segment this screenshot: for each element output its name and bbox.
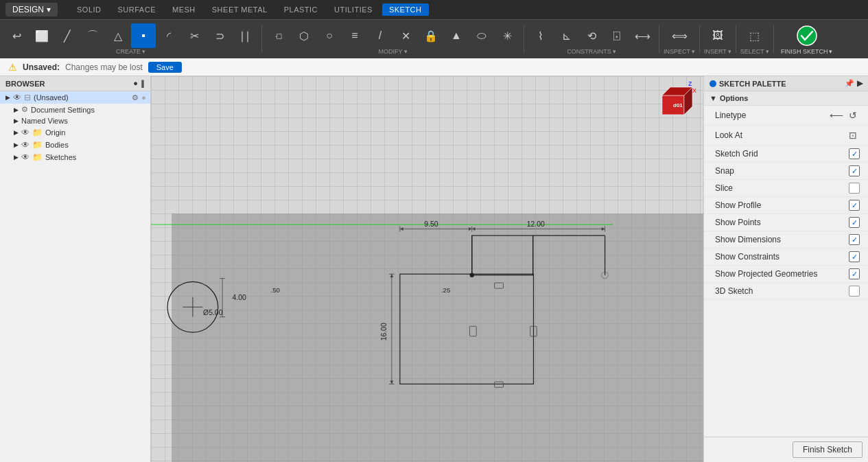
arc-icon[interactable]: ⌒ (80, 23, 105, 48)
mirror-icon[interactable]: ∣∣ (233, 23, 257, 48)
browser-collapse-icon[interactable]: ‖ (141, 79, 145, 88)
show-dimensions-label: Show Dimensions (715, 235, 781, 244)
palette-row-sketch-grid[interactable]: Sketch Grid ✓ (704, 146, 868, 163)
lock-icon[interactable]: 🔒 (419, 23, 443, 48)
palette-row-slice[interactable]: Slice (704, 180, 868, 197)
snap-label: Snap (715, 166, 734, 176)
show-constraints-checkbox[interactable]: ✓ (849, 251, 860, 262)
linetype-icon2[interactable]: ↺ (846, 108, 860, 122)
browser-item-origin[interactable]: ▶ 👁 📁 Origin (0, 126, 150, 139)
snap-checkbox[interactable]: ✓ (849, 165, 860, 176)
palette-header[interactable]: SKETCH PALETTE 📌 ▶ (704, 76, 868, 91)
insert-label[interactable]: INSERT ▾ (704, 48, 731, 55)
browser-item-named-views[interactable]: ▶ Named Views (0, 115, 150, 126)
palette-row-show-points[interactable]: Show Points ✓ (704, 214, 868, 231)
circle-icon[interactable]: ○ (317, 23, 342, 48)
palette-title: SKETCH PALETTE (719, 80, 786, 88)
line-icon[interactable]: ╱ (55, 23, 80, 48)
triangle2-icon[interactable]: ▲ (444, 23, 469, 48)
expand-icon: ▶ (14, 141, 19, 148)
triangle-icon[interactable]: △ (106, 23, 130, 48)
select-icon[interactable]: ⬚ (742, 23, 767, 48)
modify-label[interactable]: MODIFY ▾ (379, 48, 408, 55)
slice-checkbox[interactable] (849, 183, 860, 194)
sketch-grid-label: Sketch Grid (715, 149, 758, 159)
browser-item-bodies[interactable]: ▶ 👁 📁 Bodies (0, 139, 150, 151)
palette-row-show-dimensions[interactable]: Show Dimensions ✓ (704, 231, 868, 249)
palette-row-look-at: Look At ⊡ (704, 126, 868, 146)
c3-icon[interactable]: ⟲ (579, 23, 604, 48)
browser-item-label: (Unsaved) (34, 93, 129, 102)
toolbar-insert-group: 🖼 INSERT ▾ (704, 23, 731, 55)
palette-row-3d-sketch[interactable]: 3D Sketch (704, 283, 868, 300)
undo-icon[interactable]: ↩ (4, 23, 29, 48)
viewcube[interactable]: d01 X Z (657, 82, 698, 123)
sep2 (524, 25, 524, 53)
tab-surface[interactable]: SURFACE (111, 3, 163, 16)
canvas-area[interactable]: 9.50 12.00 16.00 4.00 Ø5.00 .50 (151, 76, 703, 462)
eye-icon[interactable]: 👁 (13, 93, 21, 102)
c1-icon[interactable]: ⌇ (528, 23, 553, 48)
show-points-checkbox[interactable]: ✓ (849, 217, 860, 228)
3d-sketch-checkbox[interactable] (849, 286, 860, 297)
c4-icon[interactable]: ⌺ (605, 23, 629, 48)
trim-icon[interactable]: ✂ (182, 23, 207, 48)
tab-plastic[interactable]: PLASTIC (277, 3, 325, 16)
palette-row-show-profile[interactable]: Show Profile ✓ (704, 197, 868, 214)
create-label[interactable]: CREATE ▾ (116, 48, 145, 55)
extend-icon[interactable]: ⊃ (207, 23, 232, 48)
palette-pin-icon[interactable]: 📌 (845, 79, 854, 88)
finish-sketch-bar-button[interactable]: Finish Sketch (793, 441, 863, 458)
star-icon[interactable]: ✳ (495, 23, 519, 48)
palette-row-show-projected[interactable]: Show Projected Geometries ✓ (704, 266, 868, 283)
browser-pin-icon[interactable]: ● (133, 79, 138, 88)
insert-icon[interactable]: 🖼 (705, 23, 730, 48)
select-label[interactable]: SELECT ▾ (740, 48, 769, 55)
linetype-icon1[interactable]: ⟵ (830, 108, 843, 122)
project-icon[interactable]: ⬡ (292, 23, 316, 48)
c2-icon[interactable]: ⊾ (554, 23, 578, 48)
inspect-icon[interactable]: ⟺ (667, 23, 692, 48)
browser-item-doc-settings[interactable]: ▶ ⚙ Document Settings (0, 104, 150, 115)
design-button[interactable]: DESIGN ▾ (5, 3, 58, 16)
tab-sketch[interactable]: SKETCH (382, 3, 429, 16)
look-at-icon[interactable]: ⊡ (846, 128, 860, 142)
palette-row-show-constraints[interactable]: Show Constraints ✓ (704, 249, 868, 266)
eye-icon[interactable]: 👁 (21, 128, 30, 137)
tab-mesh[interactable]: MESH (165, 3, 202, 16)
line2-icon[interactable]: / (368, 23, 392, 48)
c5-icon[interactable]: ⟷ (630, 23, 655, 48)
palette-row-snap[interactable]: Snap ✓ (704, 163, 868, 180)
folder-icon: 📁 (32, 128, 43, 137)
viewcube-svg: d01 X Z (657, 82, 698, 123)
tab-utilities[interactable]: UTILITIES (327, 3, 379, 16)
constraints-label[interactable]: CONSTRAINTS ▾ (567, 48, 616, 55)
show-profile-checkbox[interactable]: ✓ (849, 200, 860, 211)
offset-icon[interactable]: ⟤ (266, 23, 291, 48)
options-section[interactable]: ▼ Options (704, 91, 868, 106)
filled-rect-icon[interactable]: ▪ (131, 23, 156, 48)
palette-expand-icon[interactable]: ▶ (857, 79, 863, 88)
eye-icon[interactable]: 👁 (21, 140, 30, 150)
save-button[interactable]: Save (148, 62, 182, 73)
show-dimensions-checkbox[interactable]: ✓ (849, 234, 860, 245)
layer-icon: ⊟ (24, 93, 31, 102)
finish-sketch-button[interactable]: FINISH SKETCH ▾ (781, 23, 833, 55)
inspect-label[interactable]: INSPECT ▾ (664, 48, 695, 55)
sketch-grid-checkbox[interactable]: ✓ (849, 148, 860, 159)
show-projected-checkbox[interactable]: ✓ (849, 268, 860, 279)
tab-solid[interactable]: SOLID (70, 3, 108, 16)
eye-icon[interactable]: 👁 (21, 152, 30, 162)
dash-icon[interactable]: ≡ (342, 23, 367, 48)
browser-item-unsaved[interactable]: ▶ 👁 ⊟ (Unsaved) ⚙ ● (0, 91, 150, 104)
ellipse-icon[interactable]: ⬭ (469, 23, 494, 48)
rectangle-icon[interactable]: ⬜ (30, 23, 54, 48)
browser-header: BROWSER ● ‖ (0, 76, 150, 91)
cross-icon[interactable]: ✕ (393, 23, 418, 48)
tab-sheet-metal[interactable]: SHEET METAL (205, 3, 274, 16)
show-constraints-label: Show Constraints (715, 252, 779, 262)
arc2-icon[interactable]: ◜ (156, 23, 181, 48)
dot-icon: ● (141, 93, 146, 102)
gear-icon[interactable]: ⚙ (132, 93, 139, 102)
browser-item-sketches[interactable]: ▶ 👁 📁 Sketches (0, 151, 150, 163)
